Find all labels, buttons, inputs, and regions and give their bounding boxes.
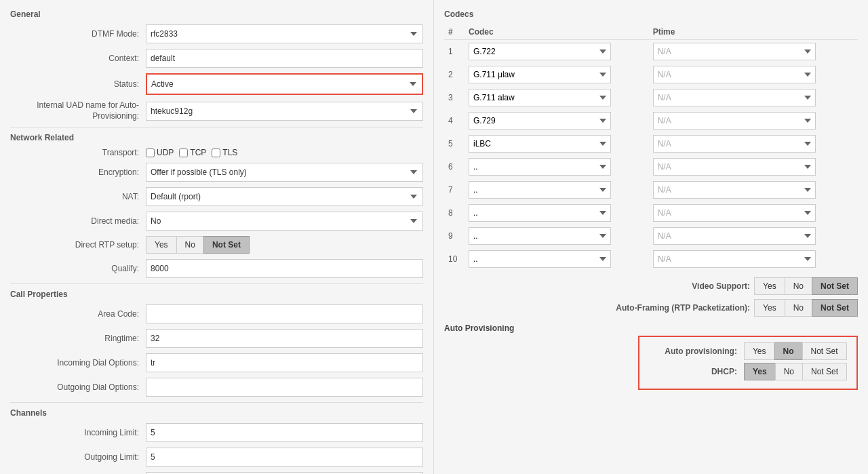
status-label: Status: <box>10 79 146 89</box>
codec-select-6[interactable]: .. <box>469 158 611 176</box>
auto-prov-yes-button[interactable]: Yes <box>744 342 774 360</box>
codec-select-4[interactable]: G.729 <box>469 112 611 130</box>
codec-num-1: 1 <box>444 40 465 64</box>
dtmf-row: DTMF Mode: rfc2833 <box>10 24 423 43</box>
auto-prov-notset-button[interactable]: Not Set <box>802 342 847 360</box>
codec-row-3: 3G.711 alawN/A <box>444 86 858 109</box>
incoming-dial-row: Incoming Dial Options: <box>10 353 423 372</box>
codec-row-10: 10..N/A <box>444 248 858 271</box>
direct-rtp-no-button[interactable]: No <box>176 236 203 254</box>
video-support-row: Video Support: Yes No Not Set <box>444 277 858 295</box>
codec-num-3: 3 <box>444 86 465 109</box>
col-codec: Codec <box>465 24 649 40</box>
ptime-select-cell-8: N/A <box>649 201 858 224</box>
codec-select-cell-1: G.722 <box>465 40 649 64</box>
codec-select-cell-2: G.711 μlaw <box>465 63 649 86</box>
outgoing-limit-input[interactable] <box>146 448 423 467</box>
transport-tcp-checkbox[interactable] <box>179 149 188 157</box>
auto-provisioning-section: Auto Provisioning Auto provisioning: Yes… <box>444 323 858 390</box>
direct-media-label: Direct media: <box>10 216 146 226</box>
ringtime-input[interactable] <box>146 329 423 348</box>
nat-row: NAT: Default (rport) <box>10 187 423 206</box>
ptime-select-cell-5: N/A <box>649 132 858 155</box>
dhcp-yes-button[interactable]: Yes <box>744 363 775 380</box>
codec-select-3[interactable]: G.711 alaw <box>469 89 611 106</box>
col-ptime: Ptime <box>649 24 858 40</box>
incoming-limit-input[interactable] <box>146 423 423 442</box>
transport-options: UDP TCP TLS <box>146 148 237 157</box>
ptime-select-5[interactable]: N/A <box>653 135 816 153</box>
codec-select-5[interactable]: iLBC <box>469 135 611 153</box>
codec-select-10[interactable]: .. <box>469 250 611 268</box>
auto-framing-notset-button[interactable]: Not Set <box>812 299 858 317</box>
ptime-select-10[interactable]: N/A <box>653 250 816 268</box>
codec-select-1[interactable]: G.722 <box>469 43 611 60</box>
codec-num-2: 2 <box>444 63 465 86</box>
encryption-select[interactable]: Offer if possible (TLS only) <box>146 163 423 182</box>
codec-select-9[interactable]: .. <box>469 227 611 245</box>
codec-num-7: 7 <box>444 178 465 201</box>
codec-select-cell-5: iLBC <box>465 132 649 155</box>
auto-framing-group: Yes No Not Set <box>754 299 858 317</box>
codec-select-cell-10: .. <box>465 248 649 271</box>
ptime-select-2[interactable]: N/A <box>653 66 816 83</box>
video-support-group: Yes No Not Set <box>754 277 858 295</box>
dhcp-label: DHCP: <box>649 367 744 376</box>
video-yes-button[interactable]: Yes <box>754 277 785 295</box>
direct-media-row: Direct media: No <box>10 212 423 231</box>
codec-num-5: 5 <box>444 132 465 155</box>
ptime-select-4[interactable]: N/A <box>653 112 816 130</box>
auto-prov-no-button[interactable]: No <box>774 342 802 360</box>
auto-prov-row: Auto provisioning: Yes No Not Set <box>649 342 847 360</box>
codec-num-8: 8 <box>444 201 465 224</box>
dhcp-notset-button[interactable]: Not Set <box>802 363 847 380</box>
transport-udp-label: UDP <box>157 148 174 157</box>
video-no-button[interactable]: No <box>785 277 812 295</box>
outgoing-limit-label: Outgoing Limit: <box>10 452 146 462</box>
direct-media-select[interactable]: No <box>146 212 423 231</box>
ptime-select-7[interactable]: N/A <box>653 181 816 199</box>
dtmf-select[interactable]: rfc2833 <box>146 24 423 43</box>
qualify-label: Qualify: <box>10 264 146 273</box>
transport-udp-item: UDP <box>146 148 174 157</box>
auto-framing-no-button[interactable]: No <box>785 299 812 317</box>
outgoing-dial-row: Outgoing Dial Options: <box>10 378 423 397</box>
context-row: Context: <box>10 49 423 68</box>
ptime-select-9[interactable]: N/A <box>653 227 816 245</box>
outgoing-dial-input[interactable] <box>146 378 423 397</box>
qualify-row: Qualify: <box>10 259 423 278</box>
ptime-select-8[interactable]: N/A <box>653 204 816 222</box>
status-select[interactable]: Active Inactive <box>147 75 422 94</box>
direct-rtp-yes-button[interactable]: Yes <box>146 236 176 254</box>
ptime-select-1[interactable]: N/A <box>653 43 816 60</box>
qualify-input[interactable] <box>146 259 423 278</box>
transport-tcp-label: TCP <box>190 148 206 157</box>
nat-select[interactable]: Default (rport) <box>146 187 423 206</box>
auto-framing-yes-button[interactable]: Yes <box>754 299 785 317</box>
incoming-dial-input[interactable] <box>146 353 423 372</box>
dhcp-no-button[interactable]: No <box>775 363 802 380</box>
codec-select-8[interactable]: .. <box>469 204 611 222</box>
transport-tls-item: TLS <box>212 148 237 157</box>
video-support-label: Video Support: <box>692 281 750 291</box>
status-row: Status: Active Inactive <box>10 73 423 95</box>
video-notset-button[interactable]: Not Set <box>812 277 858 295</box>
status-select-wrapper: Active Inactive <box>146 73 423 95</box>
transport-udp-checkbox[interactable] <box>146 149 155 157</box>
ptime-select-3[interactable]: N/A <box>653 89 816 106</box>
transport-tls-checkbox[interactable] <box>212 149 220 157</box>
direct-rtp-notset-button[interactable]: Not Set <box>203 236 250 254</box>
dhcp-group: Yes No Not Set <box>744 363 847 380</box>
codec-select-7[interactable]: .. <box>469 181 611 199</box>
area-code-input[interactable] <box>146 304 423 323</box>
area-code-label: Area Code: <box>10 309 146 319</box>
codec-select-cell-8: .. <box>465 201 649 224</box>
codec-num-6: 6 <box>444 155 465 178</box>
context-input[interactable] <box>146 49 423 68</box>
ptime-select-6[interactable]: N/A <box>653 158 816 176</box>
incoming-dial-label: Incoming Dial Options: <box>10 358 146 368</box>
codec-select-2[interactable]: G.711 μlaw <box>469 66 611 83</box>
codec-select-cell-3: G.711 alaw <box>465 86 649 109</box>
internal-uad-select[interactable]: htekuc912g <box>146 102 423 121</box>
codec-select-cell-4: G.729 <box>465 109 649 132</box>
